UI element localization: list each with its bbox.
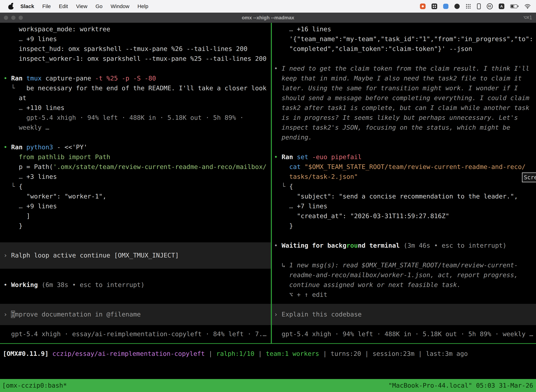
terminal-text-segment: ⌥ + ↑ edit bbox=[274, 291, 327, 298]
terminal-text-segment: "worker": "worker-1", bbox=[4, 193, 106, 200]
terminal-text-segment: ] bbox=[4, 212, 30, 219]
menu-edit[interactable]: Edit bbox=[59, 3, 68, 9]
right-terminal-pane[interactable]: … +16 lines '{"team_name":"my-team","tas… bbox=[272, 23, 536, 343]
left-terminal-pane[interactable]: workspace_mode: worktree … +9 lines insp… bbox=[0, 23, 271, 343]
terminal-line: tasks/task-2.json" bbox=[274, 172, 536, 182]
terminal-line: • Ran python3 - <<'PY' bbox=[4, 142, 271, 152]
status-segment: [OMX#0.11.9] bbox=[3, 350, 53, 357]
menu-view[interactable]: View bbox=[76, 3, 87, 9]
battery-percentage-badge[interactable]: 61 bbox=[487, 3, 493, 9]
terminal-text-segment: mprove documentation in @filename bbox=[15, 311, 141, 318]
terminal-line: should send a message before completing … bbox=[274, 93, 536, 103]
terminal-text-segment: keep that in mind. Maybe I also need the… bbox=[274, 75, 522, 82]
input-source-icon[interactable]: A bbox=[499, 4, 504, 9]
terminal-text-segment: • bbox=[4, 75, 11, 82]
status-segment: | bbox=[205, 350, 216, 357]
screen-tooltip: Scre bbox=[522, 173, 536, 182]
blue-app-icon[interactable] bbox=[443, 4, 448, 9]
terminal-text-segment: inspect_worker-1: omx sparkshell --tmux-… bbox=[4, 55, 267, 62]
battery-body bbox=[510, 5, 517, 8]
menu-window[interactable]: Window bbox=[111, 3, 129, 9]
menu-go[interactable]: Go bbox=[96, 3, 103, 9]
terminal-line: keep that in mind. Maybe I also need the… bbox=[274, 73, 536, 83]
terminal-text-segment: … bbox=[274, 25, 297, 33]
terminal-text-segment: "subject": "send a concise recommendatio… bbox=[274, 193, 518, 200]
terminal-line: … +7 lines bbox=[274, 201, 536, 211]
terminal-text-segment: Waiting for backg bbox=[282, 242, 346, 249]
dots-grid-icon[interactable] bbox=[466, 4, 471, 9]
terminal-text-segment: Ran bbox=[282, 153, 297, 160]
terminal-line: gpt-5.4 xhigh · 94% left · 488K in · 5.1… bbox=[4, 113, 271, 123]
terminal-text-segment: { bbox=[289, 183, 293, 190]
terminal-text-segment: inspect_hud: omx sparkshell --tmux-pane … bbox=[4, 45, 247, 52]
terminal-text-segment: • bbox=[4, 281, 11, 288]
status-segment: ralph:1/10 bbox=[216, 350, 254, 357]
terminal-line: "created_at": "2026-03-31T11:59:27.816Z" bbox=[274, 211, 536, 221]
traffic-lights bbox=[4, 13, 23, 23]
menu-help[interactable]: Help bbox=[138, 3, 148, 9]
terminal-text-segment: p = Path( bbox=[4, 163, 53, 170]
screen-recording-indicator-icon[interactable] bbox=[420, 4, 426, 9]
window-grid-icon[interactable] bbox=[431, 4, 437, 9]
battery-icon[interactable] bbox=[510, 5, 518, 8]
terminal-text-segment: weekly … bbox=[4, 124, 49, 131]
terminal-line: "worker": "worker-1", bbox=[4, 191, 271, 201]
status-segment: session:23m bbox=[373, 350, 414, 357]
input-source-letter: A bbox=[500, 4, 503, 9]
app-menu-slack[interactable]: Slack bbox=[20, 3, 34, 9]
wifi-icon[interactable] bbox=[524, 4, 531, 9]
terminal-text-segment: › bbox=[4, 252, 11, 259]
tmux-status-bar: [omx-cczip0:bash* "MacBook-Pro-44.local"… bbox=[0, 379, 536, 392]
battery-tip bbox=[518, 5, 518, 7]
pane-divider-horizontal bbox=[0, 343, 536, 344]
apple-menu-icon[interactable] bbox=[8, 3, 14, 10]
terminal-text-segment: from pathlib import Path bbox=[4, 153, 110, 160]
terminal-text-segment: I need to get the claim token from the c… bbox=[282, 65, 529, 72]
tmux-host-clock: "MacBook-Pro-44.local" 05:03 31-Mar-26 bbox=[388, 379, 533, 392]
terminal-text-segment: Ralph loop active continue [OMX_TMUX_INJ… bbox=[11, 252, 179, 259]
terminal-line: continue assigned work or next feasible … bbox=[274, 280, 536, 290]
menu-bar-status-icons: 61 A bbox=[420, 3, 531, 9]
terminal-line: … +16 lines bbox=[274, 24, 536, 34]
terminal-text-segment: rou bbox=[346, 242, 358, 249]
terminal-text-segment: +110 lines bbox=[26, 104, 65, 111]
menu-file[interactable]: File bbox=[42, 3, 51, 9]
terminal-line: from pathlib import Path bbox=[4, 152, 271, 162]
status-segment: | bbox=[415, 350, 426, 357]
terminal-line: • Ran set -euo pipefail bbox=[274, 152, 536, 162]
menu-bar: Slack File Edit View Go Window Help 61 A bbox=[0, 0, 536, 13]
terminal-text-segment: Ran bbox=[11, 75, 26, 82]
charging-bolt-icon bbox=[513, 5, 515, 8]
terminal-text-segment: at bbox=[4, 94, 26, 102]
terminal-line: › Explain this codebase bbox=[274, 309, 536, 319]
window-title-bar[interactable]: omx --xhigh --madmax ⌥⌘1 bbox=[0, 13, 536, 23]
terminal-line: … +110 lines bbox=[4, 103, 271, 113]
terminal-line: gpt-5.4 xhigh · 94% left · 488K in · 5.1… bbox=[274, 329, 536, 339]
terminal-line: pending. bbox=[274, 132, 536, 142]
terminal-text-segment: '{"team_name":"my-team","task_id":"1","f… bbox=[274, 35, 533, 42]
terminal-line: weekly … bbox=[4, 123, 271, 132]
battery-percent-text: 61 bbox=[488, 5, 491, 8]
terminal-text-segment: cat bbox=[274, 163, 304, 170]
terminal-text-segment: +9 lines bbox=[26, 202, 57, 210]
terminal-line: p = Path('.omx/state/team/review-current… bbox=[4, 162, 271, 172]
dark-circle-app-icon[interactable] bbox=[455, 4, 460, 9]
terminal-text-segment: › bbox=[4, 311, 11, 318]
terminal-line: inspect task2's JSON, focusing on the st… bbox=[274, 123, 536, 132]
minimize-button[interactable] bbox=[11, 16, 15, 20]
terminal-text-segment: set bbox=[297, 153, 312, 160]
terminal-text-segment: › Explain this codebase bbox=[274, 311, 362, 318]
terminal-line: … +9 lines bbox=[4, 34, 271, 44]
status-segment: cczip/essay/ai-reimplementation-copyleft bbox=[53, 350, 205, 357]
terminal-line: ⌥ + ↑ edit bbox=[274, 290, 536, 300]
zoom-button[interactable] bbox=[19, 16, 23, 20]
terminal-text-segment: pending. bbox=[274, 134, 312, 141]
terminal-text-segment: I bbox=[11, 311, 15, 318]
terminal-line: cat "$OMX_TEAM_STATE_ROOT/team/review-cu… bbox=[274, 162, 536, 172]
phone-mirroring-icon[interactable] bbox=[477, 3, 481, 9]
terminal-text-segment: └ bbox=[4, 183, 19, 190]
terminal-text-segment: } bbox=[274, 222, 293, 229]
terminal-text-segment: +16 lines bbox=[297, 25, 331, 33]
terminal-text-segment: gpt-5.4 xhigh · essay/ai-reimplementatio… bbox=[4, 330, 267, 338]
close-button[interactable] bbox=[4, 16, 8, 20]
